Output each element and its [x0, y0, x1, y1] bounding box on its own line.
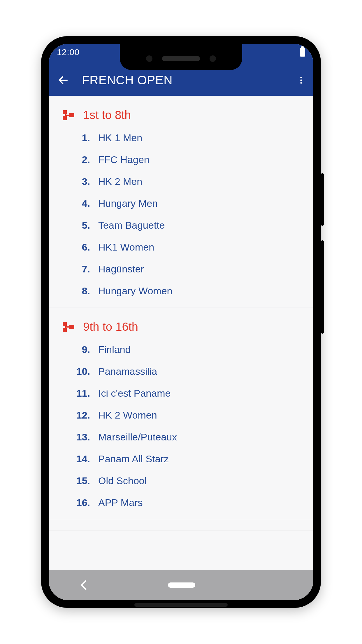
rank-number: 10. [49, 366, 98, 377]
phone-side-button [321, 173, 324, 226]
section-header[interactable]: 9th to 16th [49, 307, 313, 339]
ranking-section-peek [49, 519, 313, 531]
team-name: HK 2 Women [98, 410, 157, 421]
ranking-row[interactable]: 3.HK 2 Men [49, 171, 313, 192]
phone-frame: 12:00 FRENCH OPEN [41, 36, 321, 608]
rank-number: 14. [49, 453, 98, 465]
overflow-menu-button[interactable] [293, 72, 309, 88]
ranking-row[interactable]: 7.Hagünster [49, 258, 313, 280]
rank-number: 2. [49, 154, 98, 165]
rank-number: 1. [49, 132, 98, 144]
svg-point-1 [300, 77, 302, 78]
android-nav-bar [49, 570, 313, 600]
rank-number: 3. [49, 176, 98, 187]
rank-number: 5. [49, 220, 98, 231]
svg-point-2 [300, 79, 302, 81]
status-time: 12:00 [57, 47, 80, 57]
team-name: Ici c'est Paname [98, 388, 171, 399]
team-name: FFC Hagen [98, 154, 150, 165]
rank-number: 13. [49, 431, 98, 443]
section-header[interactable]: 1st to 8th [49, 96, 313, 127]
team-name: HK1 Women [98, 242, 154, 253]
team-name: Team Baguette [98, 220, 165, 231]
rank-number: 6. [49, 242, 98, 253]
team-name: Old School [98, 475, 147, 487]
team-name: Hagünster [98, 263, 144, 275]
ranking-row[interactable]: 4.Hungary Men [49, 192, 313, 214]
rank-number: 11. [49, 388, 98, 399]
nav-back-button[interactable] [81, 580, 91, 590]
ranking-row[interactable]: 8.Hungary Women [49, 280, 313, 302]
ranking-row[interactable]: 9.Finland [49, 339, 313, 360]
rank-number: 16. [49, 497, 98, 508]
team-name: HK 2 Men [98, 176, 142, 187]
rank-number: 8. [49, 285, 98, 297]
ranking-row[interactable]: 6.HK1 Women [49, 236, 313, 258]
team-name: APP Mars [98, 497, 143, 508]
ranking-row[interactable]: 16.APP Mars [49, 492, 313, 514]
ranking-row[interactable]: 2.FFC Hagen [49, 149, 313, 171]
bracket-icon [63, 322, 74, 332]
ranking-row[interactable]: 5.Team Baguette [49, 214, 313, 236]
rank-number: 15. [49, 475, 98, 487]
section-header[interactable] [49, 519, 313, 531]
section-title: 1st to 8th [83, 108, 131, 122]
team-name: Hungary Men [98, 198, 158, 209]
ranking-row[interactable]: 12.HK 2 Women [49, 404, 313, 426]
ranking-section: 1st to 8th 1.HK 1 Men 2.FFC Hagen 3.HK 2… [49, 96, 313, 307]
bracket-icon [63, 110, 74, 120]
ranking-row[interactable]: 10.Panamassilia [49, 360, 313, 382]
ranking-row[interactable]: 1.HK 1 Men [49, 127, 313, 149]
content-scroll[interactable]: 1st to 8th 1.HK 1 Men 2.FFC Hagen 3.HK 2… [49, 96, 313, 570]
rank-number: 12. [49, 410, 98, 421]
arrow-left-icon [57, 74, 69, 86]
phone-notch [120, 44, 242, 70]
rank-number: 7. [49, 263, 98, 275]
rank-number: 4. [49, 198, 98, 209]
team-name: Hungary Women [98, 285, 173, 297]
ranking-row[interactable]: 14.Panam All Starz [49, 448, 313, 470]
battery-icon [300, 48, 305, 57]
section-title: 9th to 16th [83, 320, 138, 333]
more-vert-icon [296, 76, 306, 85]
page-title: FRENCH OPEN [82, 73, 173, 87]
ranking-section: 9th to 16th 9.Finland 10.Panamassilia 11… [49, 307, 313, 519]
nav-home-button[interactable] [168, 582, 195, 588]
team-name: Finland [98, 344, 131, 355]
team-name: HK 1 Men [98, 132, 142, 144]
phone-side-button [321, 240, 324, 334]
ranking-row[interactable]: 13.Marseille/Puteaux [49, 426, 313, 448]
ranking-row[interactable]: 11.Ici c'est Paname [49, 382, 313, 404]
rank-number: 9. [49, 344, 98, 355]
team-name: Panamassilia [98, 366, 157, 377]
back-button[interactable] [55, 72, 71, 88]
team-name: Marseille/Puteaux [98, 431, 177, 443]
team-name: Panam All Starz [98, 453, 169, 465]
ranking-row[interactable]: 15.Old School [49, 470, 313, 492]
phone-chin [134, 603, 228, 607]
svg-point-3 [300, 82, 302, 84]
